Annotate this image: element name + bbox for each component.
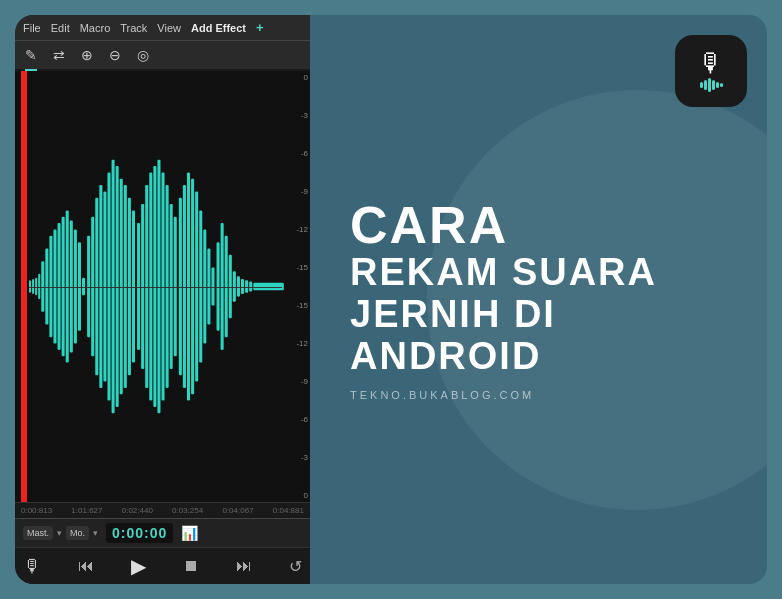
time-5: 0:04:881	[273, 506, 304, 515]
tool-time[interactable]: ◎	[137, 47, 149, 63]
title-cara: CARA	[350, 198, 508, 253]
menu-macro[interactable]: Macro	[80, 22, 111, 34]
rewind-button[interactable]: ⏮	[78, 557, 94, 575]
main-card: File Edit Macro Track View Add Effect+ ✎…	[15, 15, 767, 584]
add-effect-plus[interactable]: +	[256, 20, 264, 35]
time-0: 0:00:813	[21, 506, 52, 515]
waveform-area: 0 -3 -6 -9 -12 -15 -15 -12 -9 -6 -3 0	[15, 71, 310, 502]
app-waveform-mini	[700, 78, 723, 92]
db-label-15b: -15	[296, 301, 308, 310]
wave-bar-3	[708, 78, 711, 92]
timeline: 0:00:813 1:01:627 0:02:440 0:03:254 0:04…	[15, 502, 310, 518]
menu-track[interactable]: Track	[120, 22, 147, 34]
playhead-marker	[21, 71, 27, 502]
center-line	[29, 287, 282, 288]
db-label-3: -3	[296, 111, 308, 120]
subtitle-website: TEKNO.BUKABLOG.COM	[350, 389, 534, 401]
forward-button[interactable]: ⏭	[236, 557, 252, 575]
app-mic-icon: 🎙	[698, 50, 724, 76]
tool-pencil[interactable]: ✎	[25, 47, 37, 63]
mic-button[interactable]: 🎙	[23, 556, 41, 577]
db-label-6: -6	[296, 149, 308, 158]
menu-edit[interactable]: Edit	[51, 22, 70, 34]
wave-bar-4	[712, 80, 715, 90]
db-label-12b: -12	[296, 339, 308, 348]
chart-icon[interactable]: 📊	[181, 525, 198, 541]
wave-bar-6	[720, 83, 723, 87]
mode-select[interactable]: Mo.	[66, 526, 89, 540]
wave-bar-1	[700, 82, 703, 88]
tool-zoom-out[interactable]: ⊖	[109, 47, 121, 63]
bottom-controls: 🎙 ⏮ ▶ ⏹ ⏭ ↺	[15, 547, 310, 584]
title-jernih-android: JERNIH DI ANDROID	[350, 294, 737, 378]
menu-add-effect[interactable]: Add Effect	[191, 22, 246, 34]
tool-select[interactable]: ⇄	[53, 47, 65, 63]
db-label-15: -15	[296, 263, 308, 272]
db-label-3b: -3	[296, 453, 308, 462]
db-label-0top: 0	[296, 73, 308, 82]
wave-bar-2	[704, 80, 707, 90]
db-scale: 0 -3 -6 -9 -12 -15 -15 -12 -9 -6 -3 0	[296, 71, 308, 502]
right-panel: 🎙 CARA REKAM SUARA JERNIH DI ANDROID TEK…	[310, 15, 767, 584]
app-icon: 🎙	[675, 35, 747, 107]
master-select[interactable]: Mast.	[23, 526, 53, 540]
toolbar: ✎ ⇄ ⊕ ⊖ ◎	[15, 41, 310, 71]
db-label-9: -9	[296, 187, 308, 196]
menu-file[interactable]: File	[23, 22, 41, 34]
menu-bar: File Edit Macro Track View Add Effect+	[15, 15, 310, 41]
time-4: 0:04:067	[222, 506, 253, 515]
tool-zoom-in[interactable]: ⊕	[81, 47, 93, 63]
left-panel: File Edit Macro Track View Add Effect+ ✎…	[15, 15, 310, 584]
play-button[interactable]: ▶	[131, 554, 146, 578]
db-label-0bot: 0	[296, 491, 308, 500]
menu-view[interactable]: View	[157, 22, 181, 34]
db-label-9b: -9	[296, 377, 308, 386]
time-display: 0:00:00	[106, 523, 173, 543]
wave-bar-5	[716, 82, 719, 88]
db-label-12: -12	[296, 225, 308, 234]
title-rekam-suara: REKAM SUARA	[350, 252, 657, 294]
transport-bar: Mast. ▾ Mo. ▾ 0:00:00 📊	[15, 518, 310, 547]
time-2: 0:02:440	[122, 506, 153, 515]
time-1: 1:01:627	[71, 506, 102, 515]
db-label-6b: -6	[296, 415, 308, 424]
app-icon-inner: 🎙	[698, 50, 724, 92]
loop-button[interactable]: ↺	[289, 557, 302, 576]
stop-button[interactable]: ⏹	[183, 557, 199, 575]
time-3: 0:03:254	[172, 506, 203, 515]
